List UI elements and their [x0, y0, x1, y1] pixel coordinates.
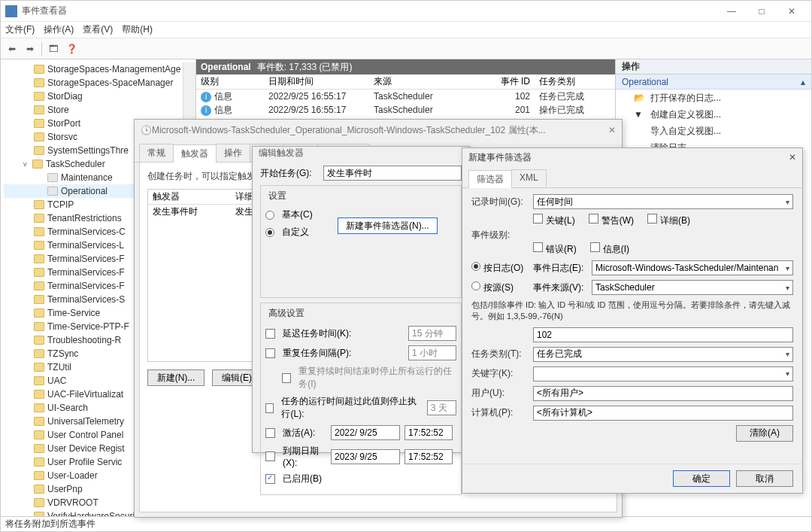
trigger-col-name[interactable]: 触发器	[148, 190, 231, 203]
event-log-dropdown[interactable]: Microsoft-Windows-TaskScheduler/Maintena…	[592, 260, 793, 275]
dialog-title: 🕓 Microsoft-Windows-TaskScheduler_Operat…	[135, 120, 622, 141]
stop-after-checkbox[interactable]	[265, 403, 274, 413]
error-checkbox[interactable]	[533, 242, 543, 252]
activate-time[interactable]: 17:52:52	[404, 425, 453, 440]
app-icon	[5, 5, 17, 17]
col-id[interactable]: 事件 ID	[482, 75, 535, 88]
expire-time[interactable]: 17:52:52	[404, 449, 453, 464]
expire-date[interactable]: 2023/ 9/25	[331, 449, 400, 464]
statusbar: 将任务附加到所选事件	[1, 516, 811, 531]
keyword-dropdown[interactable]	[533, 366, 793, 382]
event-level-label: 事件级别:	[471, 229, 527, 242]
clear-button[interactable]: 清除(A)	[736, 425, 793, 442]
critical-checkbox[interactable]	[533, 214, 543, 223]
clock-icon: 🕓	[141, 125, 152, 135]
window-title: 事件查看器	[22, 5, 67, 17]
computer-label: 计算机(P):	[471, 406, 527, 419]
grid-header: 级别 日期和时间 来源 事件 ID 任务类别	[196, 74, 615, 90]
stop-after-dropdown[interactable]: 3 天	[427, 400, 456, 415]
repeat-dropdown[interactable]: 1 小时	[408, 345, 456, 360]
new-trigger-button[interactable]: 新建(N)...	[147, 369, 205, 386]
custom-radio[interactable]	[265, 228, 274, 237]
tree-item[interactable]: StorageSpaces-SpaceManager	[4, 76, 195, 90]
start-task-dropdown[interactable]: 发生事件时	[323, 166, 462, 181]
folder-open-icon: 📂	[634, 93, 644, 103]
by-log-radio[interactable]	[471, 262, 480, 271]
new-event-filter-dialog: 新建事件筛选器 ✕ 筛选器 XML 记录时间(G): 任何时间 事件级别: 关键…	[462, 147, 803, 494]
tree-item[interactable]: StorDiag	[4, 90, 195, 103]
info-checkbox[interactable]	[590, 242, 600, 252]
close-icon[interactable]: ✕	[608, 125, 616, 135]
grid-row[interactable]: i信息 2022/9/25 16:55:17 TaskScheduler 102…	[196, 90, 615, 103]
menubar: 文件(F) 操作(A) 查看(V) 帮助(H)	[1, 22, 811, 38]
action-import-custom-view[interactable]: 导入自定义视图...	[616, 123, 811, 139]
by-source-radio[interactable]	[471, 281, 480, 290]
event-source-label: 事件来源(V):	[533, 281, 586, 294]
action-create-custom-view[interactable]: ▼创建自定义视图...	[616, 106, 811, 123]
basic-radio[interactable]	[265, 211, 274, 220]
verbose-checkbox[interactable]	[647, 214, 657, 223]
menu-view[interactable]: 查看(V)	[83, 23, 113, 36]
col-source[interactable]: 来源	[369, 75, 482, 88]
minimize-button[interactable]: —	[717, 1, 747, 22]
tab-xml[interactable]: XML	[511, 169, 547, 187]
menu-help[interactable]: 帮助(H)	[122, 23, 153, 36]
activate-date[interactable]: 2022/ 9/25	[331, 425, 400, 440]
col-category[interactable]: 任务类别	[535, 75, 615, 88]
tree-item[interactable]: StorageSpaces-ManagementAge	[4, 62, 195, 76]
warning-checkbox[interactable]	[589, 214, 598, 223]
col-level[interactable]: 级别	[196, 75, 264, 88]
event-log-label: 事件日志(E):	[533, 262, 586, 275]
funnel-icon: ▼	[634, 109, 644, 120]
titlebar: 事件查看器 — □ ✕	[1, 1, 811, 22]
tab-triggers[interactable]: 触发器	[173, 144, 217, 163]
maximize-button[interactable]: □	[747, 1, 777, 22]
id-note: 包括/排除事件 ID: 输入 ID 号和/或 ID 范围，使用逗号分隔。若要排除…	[471, 299, 793, 323]
grid-row[interactable]: i信息 2022/9/25 16:55:17 TaskScheduler 201…	[196, 103, 615, 117]
tree-item[interactable]: Store	[4, 103, 195, 117]
start-task-label: 开始任务(G):	[260, 167, 319, 180]
col-date[interactable]: 日期和时间	[264, 75, 369, 88]
event-source-dropdown[interactable]: TaskScheduler	[592, 280, 793, 295]
back-button[interactable]: ⬅	[4, 41, 20, 57]
action-open-saved-log[interactable]: 📂打开保存的日志...	[616, 90, 811, 106]
toolbar: ⬅ ➡ 🗔 ❓	[1, 38, 811, 59]
task-category-label: 任务类别(T):	[471, 348, 527, 360]
cancel-button[interactable]: 取消	[736, 470, 793, 487]
actions-section[interactable]: Operational▴	[616, 74, 811, 90]
ok-button[interactable]: 确定	[673, 470, 730, 487]
user-input[interactable]: <所有用户>	[533, 386, 793, 401]
logged-time-dropdown[interactable]: 任何时间	[533, 194, 793, 209]
user-label: 用户(U):	[471, 387, 527, 400]
repeat-checkbox[interactable]	[265, 348, 275, 358]
menu-file[interactable]: 文件(F)	[5, 23, 35, 36]
events-header: Operational事件数: 17,333 (已禁用)	[196, 59, 615, 74]
task-category-dropdown[interactable]: 任务已完成	[533, 347, 793, 362]
computer-input[interactable]: <所有计算机>	[533, 406, 793, 421]
enabled-checkbox[interactable]	[265, 474, 275, 484]
import-icon	[634, 126, 644, 136]
toolbar-icon-2[interactable]: ❓	[63, 41, 80, 57]
edit-trigger-dialog: 编辑触发器 开始任务(G): 发生事件时 设置 基本(C) 自定义 新建事件筛选…	[252, 146, 470, 453]
tab-filter[interactable]: 筛选器	[468, 170, 512, 188]
close-icon[interactable]: ✕	[789, 152, 796, 163]
settings-legend: 设置	[265, 190, 289, 202]
expire-checkbox[interactable]	[265, 451, 275, 461]
delay-checkbox[interactable]	[265, 329, 275, 339]
menu-action[interactable]: 操作(A)	[44, 23, 74, 36]
close-button[interactable]: ✕	[777, 1, 807, 22]
new-event-filter-button[interactable]: 新建事件筛选器(N)...	[338, 217, 438, 234]
actions-title: 操作	[616, 59, 811, 74]
activate-checkbox[interactable]	[265, 428, 275, 438]
event-id-input[interactable]: 102	[533, 327, 793, 342]
repeat-stop-checkbox	[282, 373, 291, 383]
dialog-title: 新建事件筛选器 ✕	[462, 148, 802, 166]
forward-button[interactable]: ➡	[22, 41, 38, 57]
toolbar-icon-1[interactable]: 🗔	[45, 41, 62, 57]
advanced-legend: 高级设置	[265, 307, 308, 320]
logged-time-label: 记录时间(G):	[471, 196, 527, 208]
tab-general[interactable]: 常规	[139, 144, 174, 162]
info-icon: i	[201, 92, 211, 102]
delay-dropdown[interactable]: 15 分钟	[408, 326, 456, 341]
tab-actions[interactable]: 操作	[216, 144, 250, 162]
